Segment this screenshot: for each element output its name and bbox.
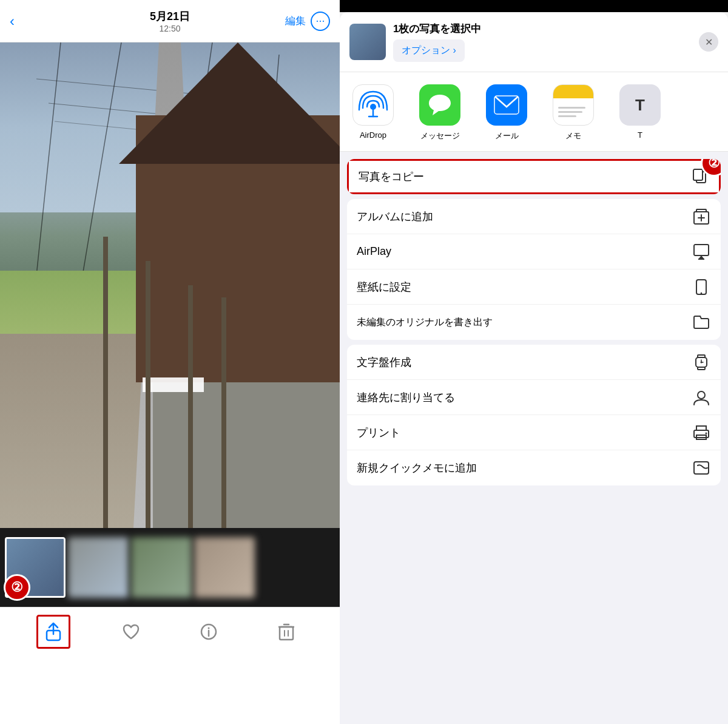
notes-line-1	[558, 107, 585, 109]
action-group-1: 写真をコピー ②	[347, 159, 721, 194]
svg-rect-27	[696, 209, 706, 212]
white-line	[143, 377, 204, 392]
trash-icon	[278, 623, 294, 641]
main-photo	[0, 42, 340, 528]
edit-button[interactable]: 編集	[285, 14, 306, 28]
thumbnail-3[interactable]	[131, 537, 192, 598]
info-icon	[200, 623, 217, 640]
action-copy-photo[interactable]: 写真をコピー ②	[347, 159, 721, 194]
app-icon-notes[interactable]: メモ	[540, 84, 607, 141]
share-button[interactable]	[40, 618, 67, 645]
mail-icon	[486, 84, 527, 126]
action-group-3: 文字盤作成 連絡先に割り当てる	[347, 345, 721, 485]
title-block: 5月21日 12:50	[150, 9, 190, 33]
svg-rect-30	[694, 245, 709, 255]
more-button[interactable]: ···	[311, 12, 330, 31]
svg-rect-37	[698, 367, 705, 370]
print-icon	[692, 423, 711, 442]
quick-note-label: 新規クイックメモに追加	[357, 461, 692, 475]
action-wallpaper[interactable]: 壁紙に設定	[347, 269, 721, 305]
quick-note-icon	[692, 458, 711, 478]
favorite-button[interactable]	[118, 618, 144, 645]
action-export[interactable]: 未編集のオリジナルを書き出す	[347, 305, 721, 340]
action-watch-face[interactable]: 文字盤作成	[347, 345, 721, 380]
svg-point-20	[370, 104, 376, 110]
notes-icon	[553, 84, 594, 126]
svg-point-45	[706, 432, 707, 434]
airplay-icon	[692, 242, 711, 262]
dark-top-bar	[340, 0, 728, 12]
thumbnail-strip: ②	[0, 528, 340, 607]
svg-rect-15	[280, 627, 293, 640]
svg-point-14	[208, 627, 210, 629]
action-list: 写真をコピー ② アルバムに追加	[340, 152, 728, 724]
messages-label: メッセージ	[420, 130, 460, 141]
svg-rect-43	[696, 426, 706, 430]
print-label: プリント	[357, 425, 692, 440]
close-button[interactable]: ✕	[699, 32, 718, 52]
app-icon-mail[interactable]: メール	[473, 84, 540, 141]
contact-icon	[692, 388, 711, 407]
app-icon-airdrop[interactable]: AirDrop	[340, 84, 406, 141]
wallpaper-label: 壁紙に設定	[357, 280, 692, 294]
add-album-label: アルバムに追加	[357, 209, 692, 224]
svg-rect-33	[696, 280, 706, 294]
right-panel: 1枚の写真を選択中 オプション › ✕	[340, 0, 728, 724]
bottom-toolbar	[0, 607, 340, 655]
share-sheet: 1枚の写真を選択中 オプション › ✕	[340, 12, 728, 724]
more-app-label: T	[638, 130, 642, 140]
notes-lines	[553, 98, 593, 125]
app-icon-messages[interactable]: メッセージ	[406, 84, 473, 141]
back-button[interactable]: ‹	[10, 13, 15, 30]
thumbnail-4[interactable]	[194, 537, 255, 598]
action-print[interactable]: プリント	[347, 415, 721, 450]
airdrop-wifi-svg	[358, 90, 388, 120]
watch-face-label: 文字盤作成	[357, 355, 692, 370]
svg-rect-36	[698, 355, 705, 357]
messages-icon	[419, 84, 460, 126]
action-assign-contact[interactable]: 連絡先に割り当てる	[347, 380, 721, 415]
title-time: 12:50	[150, 24, 190, 33]
share-thumbnail	[349, 24, 386, 60]
messages-svg	[428, 93, 452, 117]
notes-header-strip	[553, 85, 593, 98]
thumbnail-2[interactable]	[68, 537, 129, 598]
mail-svg	[493, 95, 520, 115]
airdrop-label: AirDrop	[360, 130, 386, 140]
action-quick-note[interactable]: 新規クイックメモに追加	[347, 450, 721, 485]
export-label: 未編集のオリジナルを書き出す	[357, 316, 692, 329]
action-airplay[interactable]: AirPlay	[347, 234, 721, 269]
action-add-album[interactable]: アルバムに追加	[347, 199, 721, 234]
airplay-label: AirPlay	[357, 245, 692, 258]
app-icons-row: AirDrop メッセージ メール	[340, 72, 728, 152]
title-date: 5月21日	[150, 9, 190, 24]
folder-icon	[692, 313, 711, 332]
wallpaper-icon	[692, 277, 711, 297]
assign-contact-label: 連絡先に割り当てる	[357, 390, 692, 405]
share-header: 1枚の写真を選択中 オプション › ✕	[340, 12, 728, 72]
watch-icon	[692, 353, 711, 372]
options-button[interactable]: オプション ›	[393, 39, 465, 62]
action-group-2: アルバムに追加 AirPlay	[347, 199, 721, 340]
top-bar: ‹ 5月21日 12:50 編集 ···	[0, 0, 340, 42]
svg-rect-11	[47, 631, 60, 640]
notes-label: メモ	[565, 130, 581, 141]
airdrop-icon	[352, 84, 394, 126]
delete-button[interactable]	[273, 618, 300, 645]
svg-point-41	[698, 391, 705, 399]
copy-photo-label: 写真をコピー	[359, 169, 690, 184]
more-app-icon: T	[619, 84, 661, 126]
mail-label: メール	[495, 130, 519, 141]
left-panel: ‹ 5月21日 12:50 編集 ···	[0, 0, 340, 724]
info-button[interactable]	[195, 618, 222, 645]
notes-line-2	[558, 111, 582, 113]
heart-icon	[122, 623, 140, 640]
svg-rect-25	[693, 169, 703, 180]
add-album-icon	[692, 207, 711, 226]
notes-line-3	[558, 115, 576, 117]
share-title-block: 1枚の写真を選択中 オプション ›	[393, 22, 692, 62]
badge-1: ②	[4, 574, 30, 601]
share-icon	[45, 622, 62, 641]
app-icon-more[interactable]: T T	[607, 84, 673, 141]
share-title: 1枚の写真を選択中	[393, 22, 692, 36]
